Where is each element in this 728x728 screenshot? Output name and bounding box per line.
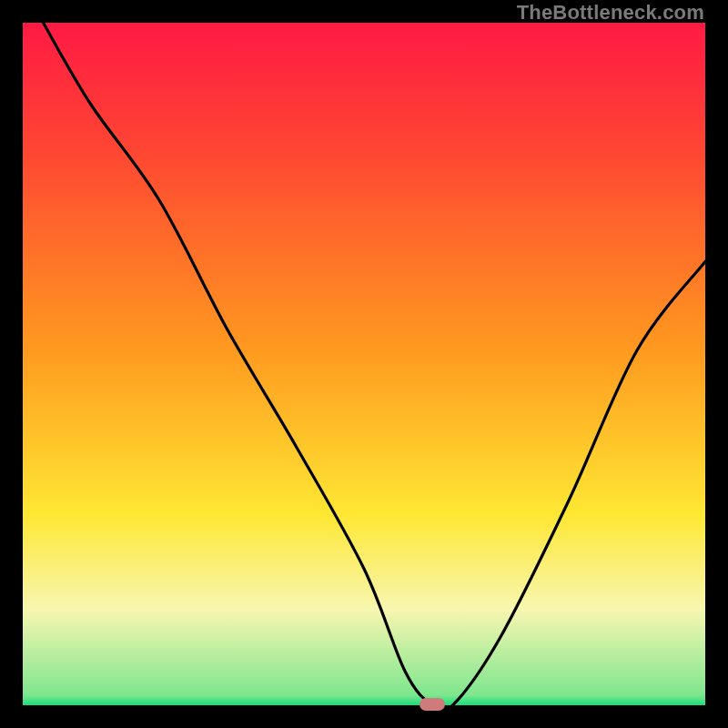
bottleneck-curve (44, 23, 706, 705)
watermark-label: TheBottleneck.com (517, 1, 704, 25)
optimal-marker (420, 698, 445, 711)
plot-area (23, 23, 705, 705)
curve-layer (23, 23, 705, 705)
chart-frame: TheBottleneck.com (0, 0, 728, 728)
